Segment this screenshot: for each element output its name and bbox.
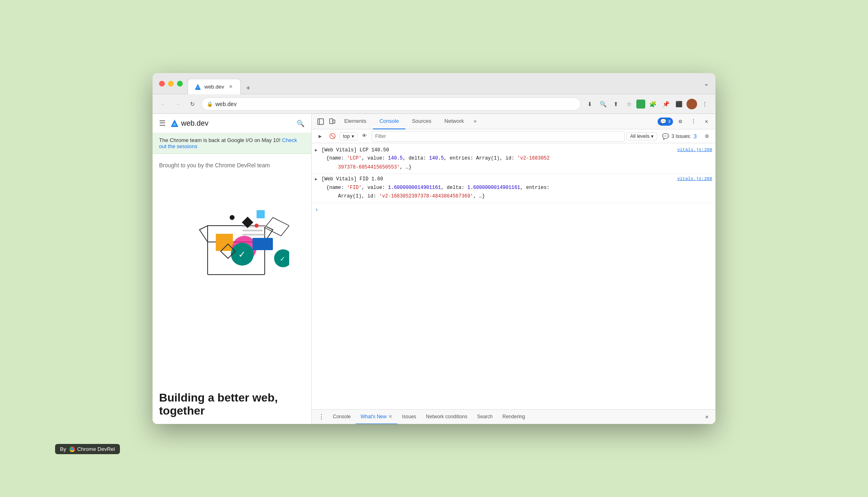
close-window-button[interactable] bbox=[159, 81, 165, 87]
bottom-panel-close-icon[interactable]: ✕ bbox=[702, 412, 712, 422]
bottom-tabs: ⋮ Console What's New ✕ Issues Network co… bbox=[312, 409, 715, 424]
close-devtools-icon[interactable]: ✕ bbox=[701, 116, 712, 127]
devtools: Elements Console Sources Network » 💬 3 bbox=[312, 114, 715, 424]
svg-point-15 bbox=[230, 215, 235, 220]
announcement-bar: The Chrome team is back at Google I/O on… bbox=[153, 133, 311, 154]
tab-sources[interactable]: Sources bbox=[405, 114, 438, 129]
prompt-caret-icon[interactable]: › bbox=[315, 206, 318, 213]
menu-button[interactable]: ☰ bbox=[159, 119, 166, 128]
issues-count-display: 💬 3 Issues: 3 bbox=[659, 132, 700, 140]
illustration: ✓ ✓ bbox=[175, 177, 289, 283]
browser-window: web.dev ✕ + ⌄ ← → ↻ 🔒 web.dev ⬇ 🔍 ⬆ ☆ 🧩 bbox=[153, 73, 715, 424]
context-selector[interactable]: top ▾ bbox=[339, 132, 358, 140]
svg-rect-14 bbox=[257, 210, 265, 218]
traffic-lights bbox=[159, 81, 183, 87]
console-line-lcp: [Web Vitals] LCP 140.50 vitals.js:208 bbox=[321, 146, 712, 154]
whats-new-close-icon[interactable]: ✕ bbox=[388, 414, 392, 419]
svg-rect-12 bbox=[242, 230, 263, 231]
tab-close-button[interactable]: ✕ bbox=[227, 84, 234, 90]
issues-number: 3 bbox=[693, 133, 697, 140]
bottom-tab-network-conditions[interactable]: Network conditions bbox=[421, 410, 472, 424]
bookmark-icon[interactable]: ☆ bbox=[623, 98, 635, 110]
chrome-logo-icon bbox=[69, 446, 75, 452]
issues-badge[interactable]: 💬 3 bbox=[658, 118, 673, 126]
console-block-icon[interactable]: 🚫 bbox=[327, 131, 338, 142]
lock-icon: 🔒 bbox=[207, 101, 213, 107]
lcp-source[interactable]: vitals.js:208 bbox=[677, 146, 712, 154]
new-tab-button[interactable]: + bbox=[242, 82, 254, 94]
svg-rect-26 bbox=[330, 119, 333, 124]
svg-text:✓: ✓ bbox=[280, 255, 285, 262]
devtools-tabs: Elements Console Sources Network » 💬 3 bbox=[312, 114, 715, 129]
zoom-icon[interactable]: 🔍 bbox=[597, 98, 609, 110]
webpage-header: ☰ web.dev 🔍 bbox=[153, 114, 311, 133]
address-bar: ← → ↻ 🔒 web.dev ⬇ 🔍 ⬆ ☆ 🧩 📌 ⬛ ⋮ bbox=[153, 94, 715, 114]
puzzle-icon[interactable]: 🧩 bbox=[647, 98, 658, 110]
bottom-tab-issues[interactable]: Issues bbox=[397, 410, 421, 424]
tab-elements[interactable]: Elements bbox=[338, 114, 373, 129]
more-options-icon[interactable]: ⋮ bbox=[688, 116, 699, 127]
profile-icon[interactable] bbox=[686, 98, 698, 110]
fid-source[interactable]: vitals.js:208 bbox=[677, 175, 712, 183]
maximize-window-button[interactable] bbox=[177, 81, 183, 87]
share-icon[interactable]: ⬆ bbox=[610, 98, 622, 110]
webpage-heading: Building a better web, together bbox=[153, 391, 311, 424]
extension-green-icon[interactable] bbox=[636, 100, 645, 109]
minimize-window-button[interactable] bbox=[168, 81, 174, 87]
console-entry-fid: ▶ [Web Vitals] FID 1.60 vitals.js:208 {n… bbox=[312, 174, 715, 203]
levels-text: All levels bbox=[630, 133, 649, 139]
devtools-right-actions: 💬 3 ⚙ ⋮ ✕ bbox=[658, 116, 712, 127]
tab-title: web.dev bbox=[204, 84, 224, 90]
svg-text:✓: ✓ bbox=[238, 249, 246, 260]
pin-icon[interactable]: 📌 bbox=[660, 98, 671, 110]
webpage-subtitle: Brought to you by the Chrome DevRel team bbox=[159, 162, 305, 169]
announcement-text: The Chrome team is back at Google I/O on… bbox=[159, 137, 281, 143]
bottom-tab-search[interactable]: Search bbox=[472, 410, 498, 424]
forward-button[interactable]: → bbox=[172, 98, 184, 110]
console-play-icon[interactable]: ▶ bbox=[315, 131, 326, 142]
bottom-tabs-menu-icon[interactable]: ⋮ bbox=[315, 413, 328, 421]
levels-dropdown-icon: ▾ bbox=[651, 133, 653, 139]
device-toggle-icon[interactable] bbox=[326, 116, 338, 127]
context-dropdown-icon: ▾ bbox=[352, 133, 354, 139]
bottom-tab-console[interactable]: Console bbox=[328, 410, 356, 424]
console-settings-icon[interactable]: ⚙ bbox=[702, 131, 712, 142]
console-output: ▶ [Web Vitals] LCP 140.50 vitals.js:208 … bbox=[312, 143, 715, 409]
url-bar[interactable]: 🔒 web.dev bbox=[202, 98, 581, 111]
url-text: web.dev bbox=[215, 101, 237, 107]
levels-selector[interactable]: All levels ▾ bbox=[627, 132, 657, 140]
issues-chat-icon: 💬 bbox=[662, 133, 669, 140]
more-tabs-icon[interactable]: » bbox=[470, 119, 480, 124]
lcp-prefix: [Web Vitals] LCP 140.50 bbox=[321, 146, 671, 154]
illustration-svg: ✓ ✓ bbox=[175, 177, 289, 283]
lcp-details: {name: 'LCP', value: 140.5, delta: 140.5… bbox=[321, 154, 712, 172]
search-icon[interactable]: 🔍 bbox=[297, 120, 305, 127]
chevron-down-icon[interactable]: ⌄ bbox=[704, 80, 709, 87]
expand-icon-fid[interactable]: ▶ bbox=[315, 176, 317, 183]
tab-network[interactable]: Network bbox=[438, 114, 471, 129]
expand-icon-lcp[interactable]: ▶ bbox=[315, 147, 317, 154]
svg-marker-5 bbox=[199, 226, 208, 242]
inspect-element-icon[interactable] bbox=[315, 116, 326, 127]
bottom-tab-rendering[interactable]: Rendering bbox=[498, 410, 530, 424]
browser-tab-webdev[interactable]: web.dev ✕ bbox=[188, 79, 241, 94]
logo-text: web.dev bbox=[181, 119, 208, 128]
svg-rect-27 bbox=[333, 120, 335, 123]
cast-icon[interactable]: ⬛ bbox=[673, 98, 684, 110]
bottom-tab-whats-new[interactable]: What's New ✕ bbox=[356, 410, 397, 424]
reload-button[interactable]: ↻ bbox=[187, 98, 198, 110]
tab-console[interactable]: Console bbox=[373, 114, 405, 129]
svg-rect-10 bbox=[252, 238, 273, 250]
menu-icon[interactable]: ⋮ bbox=[699, 98, 711, 110]
settings-icon[interactable]: ⚙ bbox=[675, 116, 686, 127]
page-tooltip: By Chrome DevRel bbox=[55, 444, 120, 454]
eye-icon[interactable]: 👁 bbox=[359, 131, 370, 142]
logo-icon bbox=[170, 119, 179, 127]
svg-rect-13 bbox=[242, 234, 265, 235]
svg-rect-8 bbox=[216, 234, 233, 251]
download-icon[interactable]: ⬇ bbox=[584, 98, 596, 110]
main-area: ☰ web.dev 🔍 The Chrome team is back at G… bbox=[153, 114, 715, 424]
filter-input[interactable] bbox=[372, 131, 625, 142]
back-button[interactable]: ← bbox=[157, 98, 169, 110]
svg-rect-24 bbox=[318, 119, 323, 124]
